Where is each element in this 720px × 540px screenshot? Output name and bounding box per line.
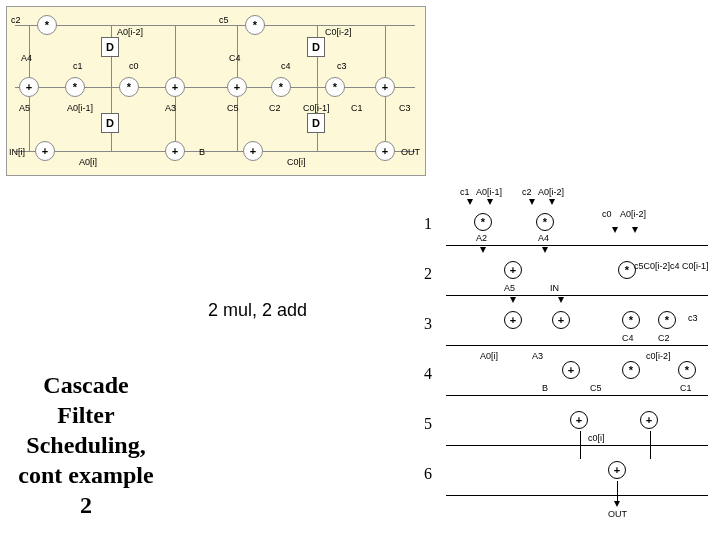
arrow-down-icon [614, 501, 620, 507]
signal-label: c2 [522, 187, 532, 197]
d-register: D [101, 113, 119, 133]
add-op: + [640, 411, 658, 429]
label-a0i: A0[i] [79, 157, 97, 167]
signal-label: c0[i] [588, 433, 605, 443]
mul-node: * [271, 77, 291, 97]
schedule-diagram: 1 2 3 4 5 6 c1 A0[i-1] c2 A0[i-2] c0 A0[… [430, 185, 710, 530]
signal-label: C2 [658, 333, 670, 343]
slide-title: Cascade Filter Scheduling, cont example … [6, 370, 166, 520]
label-C4: C4 [229, 53, 241, 63]
signal-label: c0[i-2] [646, 351, 671, 361]
cycle-number: 6 [424, 465, 432, 483]
label-c1: c1 [73, 61, 83, 71]
cycle-number: 2 [424, 265, 432, 283]
mul-op: * [658, 311, 676, 329]
arrow-down-icon [549, 199, 555, 205]
d-register: D [307, 113, 325, 133]
cycle-number: 4 [424, 365, 432, 383]
arrow-down-icon [480, 247, 486, 253]
edge [617, 481, 618, 501]
signal-label: OUT [608, 509, 627, 519]
add-node: + [35, 141, 55, 161]
label-C5: C5 [227, 103, 239, 113]
arrow-down-icon [612, 227, 618, 233]
label-a5: A5 [19, 103, 30, 113]
label-c0i: C0[i] [287, 157, 306, 167]
label-c5: c5 [219, 15, 229, 25]
cycle-separator [446, 495, 708, 496]
signal-label: c0 [602, 209, 612, 219]
arrow-down-icon [542, 247, 548, 253]
mul-node: * [325, 77, 345, 97]
mul-op: * [474, 213, 492, 231]
arrow-down-icon [510, 297, 516, 303]
mul-op: * [622, 311, 640, 329]
mul-op: * [536, 213, 554, 231]
dataflow-diagram: c2 * A0[i-2] D A4 c1 c0 c5 * C0[i-2] D C… [6, 6, 426, 176]
mul-node: * [245, 15, 265, 35]
title-line: 2 [80, 492, 92, 518]
add-node: + [165, 141, 185, 161]
add-op: + [552, 311, 570, 329]
label-c0: c0 [129, 61, 139, 71]
add-node: + [165, 77, 185, 97]
signal-label: IN [550, 283, 559, 293]
signal-label: A0[i-2] [538, 187, 564, 197]
cycle-number: 1 [424, 215, 432, 233]
signal-label: A0[i-2] [620, 209, 646, 219]
arrow-down-icon [487, 199, 493, 205]
add-node: + [227, 77, 247, 97]
label-C1: C1 [351, 103, 363, 113]
add-op: + [504, 261, 522, 279]
signal-label: C4 [622, 333, 634, 343]
label-C2: C2 [269, 103, 281, 113]
title-line: Cascade [43, 372, 128, 398]
cycle-separator [446, 445, 708, 446]
add-op: + [504, 311, 522, 329]
cycle-number: 5 [424, 415, 432, 433]
label-a3: A3 [165, 103, 176, 113]
mul-node: * [65, 77, 85, 97]
signal-label: A0[i-1] [476, 187, 502, 197]
arrow-down-icon [632, 227, 638, 233]
title-line: cont example [18, 462, 153, 488]
signal-label: C1 [680, 383, 692, 393]
signal-label: B [542, 383, 548, 393]
arrow-down-icon [558, 297, 564, 303]
edge [580, 431, 581, 459]
label-a4: A4 [21, 53, 32, 63]
signal-label: A2 [476, 233, 487, 243]
label-c3: c3 [337, 61, 347, 71]
signal-label: c5C0[i-2]c4 C0[i-1] [634, 261, 709, 271]
label-c4: c4 [281, 61, 291, 71]
label-C3: C3 [399, 103, 411, 113]
signal-label: A5 [504, 283, 515, 293]
signal-label: A4 [538, 233, 549, 243]
cycle-separator [446, 245, 708, 246]
signal-label: C5 [590, 383, 602, 393]
title-line: Scheduling, [26, 432, 145, 458]
label-c2: c2 [11, 15, 21, 25]
add-node: + [375, 77, 395, 97]
cycle-separator [446, 395, 708, 396]
label-c0im2: C0[i-2] [325, 27, 352, 37]
cycle-separator [446, 295, 708, 296]
signal-label: c1 [460, 187, 470, 197]
label-b: B [199, 147, 205, 157]
label-a0im2: A0[i-2] [117, 27, 143, 37]
label-out: OUT [401, 147, 420, 157]
add-node: + [243, 141, 263, 161]
signal-label: A3 [532, 351, 543, 361]
mul-op: * [678, 361, 696, 379]
signal-label: c3 [688, 313, 698, 323]
cycle-separator [446, 345, 708, 346]
resource-caption: 2 mul, 2 add [208, 300, 307, 321]
mul-node: * [119, 77, 139, 97]
label-a0im1: A0[i-1] [67, 103, 93, 113]
add-node: + [19, 77, 39, 97]
mul-op: * [622, 361, 640, 379]
arrow-down-icon [467, 199, 473, 205]
arrow-down-icon [529, 199, 535, 205]
d-register: D [307, 37, 325, 57]
label-c0im1: C0[i-1] [303, 103, 330, 113]
